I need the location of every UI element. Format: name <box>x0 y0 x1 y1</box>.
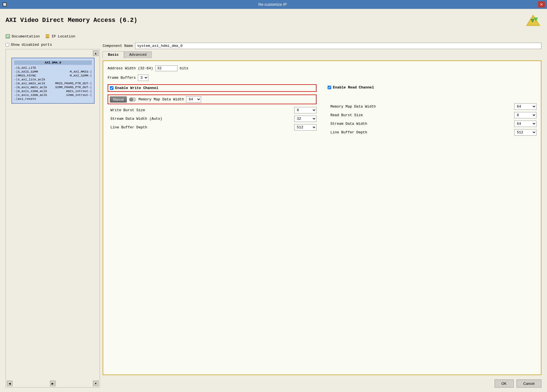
component-name-input[interactable] <box>135 43 541 49</box>
read-burst-size-row: Read Burst Size 8 4 16 <box>328 112 536 118</box>
mem-map-data-width-read-row: Memory Map Data Width 64 32 <box>328 103 536 110</box>
app-header: AXI Video Direct Memory Access (6.2) <box>6 13 541 30</box>
svg-rect-6 <box>6 36 9 36</box>
mem-map-data-width-read-label: Memory Map Data Width <box>330 105 376 109</box>
address-width-unit: bits <box>180 66 188 70</box>
scroll-left-button[interactable]: ◀ <box>7 381 12 386</box>
line-buffer-depth-write-label: Line Buffer Depth <box>110 125 147 129</box>
write-burst-size-select[interactable]: 8 4 16 <box>294 107 316 113</box>
diagram-row: -|axi_resetn <box>14 97 92 101</box>
scroll-right-button[interactable]: ▶ <box>50 381 55 386</box>
stream-data-width-write-select[interactable]: 32 64 <box>294 116 316 122</box>
diagram-row: -|m_axi_mm2s_aclk MM2S_FRAMS_PTR_OUT-| <box>14 82 92 85</box>
address-width-row: Address Width (32-64) bits <box>108 65 536 71</box>
frame-buffers-row: Frame Buffers 3 1 2 <box>108 75 536 81</box>
address-width-input[interactable] <box>155 65 178 71</box>
diagram-row: -|S_AXI_LITE <box>14 66 92 70</box>
scroll-up-button[interactable]: ▲ <box>93 50 98 56</box>
show-disabled-ports-row: Show disabled ports <box>6 43 100 47</box>
ip-location-label: IP Location <box>51 34 75 39</box>
diagram-row: -|S_AXIS_S2MM M_AXI_MM2S-| <box>14 70 92 74</box>
close-button[interactable]: ✕ <box>538 1 545 7</box>
frame-buffers-label: Frame Buffers <box>108 76 136 80</box>
ip-location-icon <box>45 34 50 39</box>
tabs-container: Basic Advanced <box>103 51 541 58</box>
component-name-row: Component Name <box>103 43 541 49</box>
read-channel-section: Enable Read Channel Memory Map Data Widt… <box>328 84 536 138</box>
tab-advanced[interactable]: Advanced <box>124 51 152 58</box>
read-burst-size-select[interactable]: 8 4 16 <box>514 112 536 118</box>
frame-buffers-select[interactable]: 3 1 2 <box>138 75 148 81</box>
svg-rect-5 <box>6 35 9 35</box>
cancel-button[interactable]: Cancel <box>516 380 541 388</box>
title-bar-title: Re-customize IP <box>7 2 538 7</box>
spacer <box>328 93 536 103</box>
diagram-row: -|m_axis_s2mm_aclk mm2s_introut-| <box>14 89 92 93</box>
stream-data-width-read-select[interactable]: 64 32 <box>514 121 536 127</box>
write-burst-size-label: Write Burst Size <box>110 108 145 112</box>
diagram-block: AXI_DMA_0 -|S_AXI_LITE -|S_AXIS_S2MM M_A… <box>11 58 95 104</box>
svg-rect-7 <box>6 37 8 37</box>
stream-data-width-write-row: Stream Data Width (Auto) 32 64 <box>108 116 316 122</box>
documentation-icon <box>6 34 11 39</box>
address-width-label: Address Width (32-64) <box>108 66 153 70</box>
show-disabled-ports-label: Show disabled ports <box>11 43 52 47</box>
toggle-slider[interactable] <box>129 97 136 102</box>
right-panel: Component Name Basic Advanced Address Wi… <box>103 43 541 388</box>
ip-location-link[interactable]: IP Location <box>45 34 75 39</box>
manual-button[interactable]: Manual <box>110 96 127 103</box>
main-container: AXI Video Direct Memory Access (6.2) Doc… <box>0 9 547 392</box>
svg-rect-10 <box>47 35 48 35</box>
logo-svg <box>525 13 541 27</box>
documentation-label: Documentation <box>12 34 40 39</box>
mem-map-data-width-label-write: Memory Map Data Width <box>138 97 184 101</box>
component-name-label: Component Name <box>103 44 133 48</box>
svg-marker-9 <box>46 37 49 38</box>
component-diagram: ▲ AXI_DMA_0 -|S_AXI_LITE -|S_AXIS_S2MM M… <box>6 49 100 388</box>
read-channel-header: Enable Read Channel <box>328 84 536 91</box>
enable-write-channel-checkbox[interactable] <box>110 86 113 90</box>
write-channel-section: Enable Write Channel Manual Memory Map D… <box>108 84 316 138</box>
diagram-row: -|MM2S_FSYNC M_AXI_S2MM-| <box>14 74 92 78</box>
bottom-bar: OK Cancel <box>103 377 541 388</box>
write-channel-header: Enable Write Channel <box>108 84 316 92</box>
stream-data-width-read-label: Stream Data Width <box>330 122 367 126</box>
line-buffer-depth-read-row: Line Buffer Depth 512 256 1024 <box>328 129 536 136</box>
documentation-link[interactable]: Documentation <box>6 34 40 39</box>
mem-map-data-width-select-write[interactable]: 64 32 128 <box>186 96 201 103</box>
tab-basic[interactable]: Basic <box>103 51 124 58</box>
scroll-down-button[interactable]: ▼ <box>93 381 98 386</box>
stream-data-width-write-label: Stream Data Width (Auto) <box>110 117 162 121</box>
config-panel: Address Width (32-64) bits Frame Buffers… <box>103 60 541 375</box>
mem-map-data-width-read-select[interactable]: 64 32 <box>514 103 536 110</box>
channels-layout: Enable Write Channel Manual Memory Map D… <box>108 84 536 138</box>
enable-read-channel-checkbox[interactable] <box>328 86 331 89</box>
left-panel: Show disabled ports ▲ AXI_DMA_0 -|S_AXI_… <box>6 43 100 388</box>
diagram-row: -|s_axi_lite_aclk <box>14 78 92 82</box>
stream-data-width-read-row: Stream Data Width 64 32 <box>328 121 536 127</box>
diagram-row: -|m_axis_mm2s_aclk S2MM_FRAMS_PTR_OUT-| <box>14 85 92 89</box>
ok-button[interactable]: OK <box>495 380 514 388</box>
title-bar: 🔲 Re-customize IP ✕ <box>0 0 547 9</box>
content-area: Show disabled ports ▲ AXI_DMA_0 -|S_AXI_… <box>6 43 541 388</box>
toggle-knob <box>129 98 133 101</box>
write-burst-size-row: Write Burst Size 8 4 16 <box>108 107 316 113</box>
svg-rect-8 <box>46 34 49 37</box>
line-buffer-depth-read-select[interactable]: 512 256 1024 <box>514 129 536 136</box>
line-buffer-depth-read-label: Line Buffer Depth <box>330 130 367 134</box>
diagram-row: -|s_axis_s2mm_aclk s2mm_introut-| <box>14 93 92 97</box>
line-buffer-depth-write-row: Line Buffer Depth 512 256 1024 <box>108 124 316 131</box>
enable-read-channel-label: Enable Read Channel <box>333 85 374 90</box>
enable-write-channel-label: Enable Write Channel <box>115 86 158 90</box>
toolbar: Documentation IP Location <box>6 33 541 40</box>
show-disabled-ports-checkbox[interactable] <box>6 43 9 47</box>
logo-area <box>525 13 541 27</box>
read-burst-size-label: Read Burst Size <box>330 113 363 117</box>
title-bar-icon: 🔲 <box>2 2 7 7</box>
line-buffer-depth-write-select[interactable]: 512 256 1024 <box>294 124 316 131</box>
app-title: AXI Video Direct Memory Access (6.2) <box>6 17 137 24</box>
manual-toggle-row: Manual Memory Map Data Width 64 32 128 <box>108 95 316 104</box>
